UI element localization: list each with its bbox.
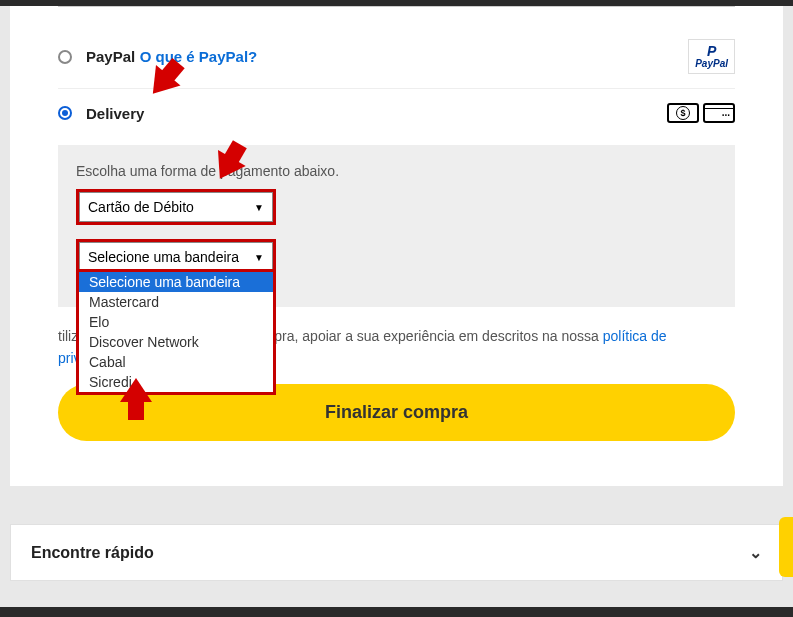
paypal-label: PayPal [86,48,135,65]
separator [58,6,735,7]
side-tab[interactable] [779,517,793,577]
flag-option-discover[interactable]: Discover Network [79,332,273,352]
card-icon [703,103,735,123]
payment-type-select-wrap: Cartão de Débito [76,189,276,225]
flag-option-cabal[interactable]: Cabal [79,352,273,372]
delivery-panel: Escolha uma forma de pagamento abaixo. C… [58,145,735,307]
flag-option-sicredi[interactable]: Sicredi [79,372,273,392]
delivery-label: Delivery [86,105,144,122]
paypal-logo-icon: P PayPal [688,39,735,74]
radio-delivery[interactable] [58,106,72,120]
chevron-down-icon: ⌄ [749,543,762,562]
find-fast-title: Encontre rápido [31,544,154,562]
flag-dropdown-list: Selecione uma bandeira Mastercard Elo Di… [76,269,276,395]
flag-option-mastercard[interactable]: Mastercard [79,292,273,312]
cash-icon [667,103,699,123]
flag-option-elo[interactable]: Elo [79,312,273,332]
delivery-icons [667,103,735,123]
paypal-help-link[interactable]: O que é PayPal? [140,48,258,65]
flag-select-wrap: Selecione uma bandeira Selecione uma ban… [76,239,276,275]
payment-type-select[interactable]: Cartão de Débito [79,192,273,222]
flag-option-placeholder[interactable]: Selecione uma bandeira [79,272,273,292]
find-fast-accordion[interactable]: Encontre rápido ⌄ [10,524,783,581]
flag-select[interactable]: Selecione uma bandeira [79,242,273,272]
panel-instruction: Escolha uma forma de pagamento abaixo. [76,163,717,179]
bottom-bar [0,607,793,617]
radio-paypal[interactable] [58,50,72,64]
checkout-container: PayPal O que é PayPal? P PayPal Delivery… [10,6,783,486]
